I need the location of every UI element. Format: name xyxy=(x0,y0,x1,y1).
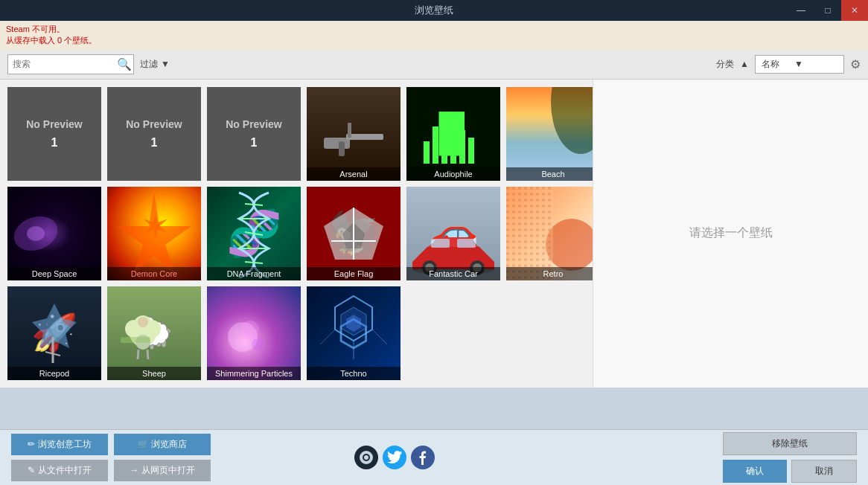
wallpaper-item[interactable]: Retro xyxy=(505,185,593,282)
wallpaper-item[interactable]: Eagle Flag xyxy=(305,185,402,282)
wallpaper-label: Arsenal xyxy=(307,167,401,181)
wallpaper-item[interactable]: Arsenal xyxy=(305,86,402,182)
wallpaper-item[interactable]: Shimmering Particles xyxy=(205,285,302,382)
wallpaper-item[interactable]: Ricepod xyxy=(6,285,103,382)
browse-store-button[interactable]: 🛒 浏览商店 xyxy=(114,434,211,455)
confirm-button[interactable]: 确认 xyxy=(723,460,787,483)
svg-line-54 xyxy=(320,330,335,344)
sort-field-label: 名称 xyxy=(762,58,779,71)
filter-label: 过滤 xyxy=(140,58,158,71)
twitter-social-icon[interactable] xyxy=(383,446,406,469)
window-title: 浏览壁纸 xyxy=(415,4,453,17)
svg-point-43 xyxy=(138,317,148,327)
filter-icon[interactable]: ▼ xyxy=(161,59,170,69)
open-file-button[interactable]: ✎ 从文件中打开 xyxy=(11,460,108,481)
search-box[interactable]: 🔍 xyxy=(7,54,134,74)
svg-line-45 xyxy=(147,350,148,359)
bottom-bar: ✏ 浏览创意工坊 🛒 浏览商店 ✎ 从文件中打开 → 从网页中打开 xyxy=(0,429,868,485)
wallpaper-thumb: No Preview 1 xyxy=(7,87,101,181)
svg-rect-4 xyxy=(424,141,430,164)
svg-point-10 xyxy=(551,87,593,154)
wallpaper-item[interactable]: No Preview 1 xyxy=(6,86,103,182)
content-area: No Preview 1 No Preview 1 No Preview 1 xyxy=(0,80,868,388)
wallpaper-label: Techno xyxy=(307,367,401,380)
steam-warning-line1: Steam 不可用。 xyxy=(6,24,862,35)
svg-rect-2 xyxy=(348,123,351,138)
wallpaper-label: Demon Core xyxy=(107,267,201,280)
filter-section: 过滤 ▼ xyxy=(140,58,170,71)
svg-rect-46 xyxy=(121,337,150,343)
steam-warning-line2: 从缓存中载入 0 个壁纸。 xyxy=(6,35,862,46)
svg-rect-26 xyxy=(457,239,476,248)
right-panel: 请选择一个壁纸 xyxy=(593,80,868,388)
wallpaper-item[interactable]: Deep Space xyxy=(6,185,103,282)
wallpaper-label: DNA Fragment xyxy=(207,267,301,280)
sort-label: 分类 xyxy=(716,58,734,71)
wallpaper-label: Fantastic Car xyxy=(406,267,500,280)
wallpaper-item[interactable]: DNA Fragment xyxy=(205,185,302,282)
wallpaper-item[interactable]: Fantastic Car xyxy=(405,185,502,282)
close-button[interactable]: ✕ xyxy=(841,0,868,21)
svg-line-18 xyxy=(245,262,263,263)
svg-rect-7 xyxy=(450,119,456,164)
search-icon[interactable]: 🔍 xyxy=(117,57,132,71)
wallpaper-thumb: No Preview 1 xyxy=(107,87,201,181)
svg-point-12 xyxy=(27,226,45,241)
cancel-button[interactable]: 取消 xyxy=(791,460,857,483)
wallpaper-grid: No Preview 1 No Preview 1 No Preview 1 xyxy=(0,80,593,388)
select-wallpaper-placeholder: 请选择一个壁纸 xyxy=(689,225,773,241)
wallpaper-item[interactable]: No Preview 1 xyxy=(205,86,302,182)
toolbar: 🔍 过滤 ▼ 分类 ▲ 名称 ▼ ⚙ xyxy=(0,50,868,80)
svg-line-14 xyxy=(245,204,263,205)
svg-rect-6 xyxy=(441,134,447,164)
sort-section: 分类 ▲ 名称 ▼ ⚙ xyxy=(716,55,861,74)
maximize-button[interactable]: □ xyxy=(814,0,841,21)
titlebar: 浏览壁纸 — □ ✕ xyxy=(0,0,868,21)
wallpaper-label: Eagle Flag xyxy=(307,267,401,280)
wallpaper-item[interactable]: Beach xyxy=(505,86,593,182)
wallpaper-item[interactable]: No Preview 1 xyxy=(106,86,202,182)
svg-line-55 xyxy=(372,330,387,344)
wallpaper-label: Ricepod xyxy=(7,367,101,380)
svg-rect-5 xyxy=(433,126,438,164)
svg-point-49 xyxy=(252,338,264,350)
wallpaper-item[interactable]: Techno xyxy=(305,285,402,382)
svg-rect-0 xyxy=(324,138,350,149)
wallpaper-thumb: No Preview 1 xyxy=(207,87,301,181)
social-icons xyxy=(354,446,435,469)
window-controls: — □ ✕ xyxy=(788,0,868,21)
sort-dropdown[interactable]: 名称 ▼ xyxy=(755,55,844,74)
steam-social-icon[interactable] xyxy=(354,446,378,469)
bottom-btn-row-top: ✏ 浏览创意工坊 🛒 浏览商店 xyxy=(11,434,211,455)
wallpaper-label: Shimmering Particles xyxy=(207,367,301,380)
dropdown-arrow-icon: ▼ xyxy=(794,59,803,69)
svg-rect-8 xyxy=(459,130,465,164)
svg-point-48 xyxy=(241,321,259,338)
steam-warning: Steam 不可用。 从缓存中载入 0 个壁纸。 xyxy=(0,21,868,50)
bottom-right: 移除壁纸 确认 取消 xyxy=(723,432,857,483)
bottom-btn-row-bottom: ✎ 从文件中打开 → 从网页中打开 xyxy=(11,460,211,481)
wallpaper-item[interactable]: Audiophile xyxy=(405,86,502,182)
wallpaper-label: Retro xyxy=(506,267,593,280)
svg-marker-13 xyxy=(117,193,191,274)
search-input[interactable] xyxy=(13,59,117,69)
wallpaper-item[interactable]: Demon Core xyxy=(106,185,202,282)
svg-rect-3 xyxy=(339,141,345,156)
remove-wallpaper-button[interactable]: 移除壁纸 xyxy=(723,432,857,455)
wallpaper-label: Audiophile xyxy=(406,167,500,181)
bottom-left: ✏ 浏览创意工坊 🛒 浏览商店 ✎ 从文件中打开 → 从网页中打开 xyxy=(11,434,211,481)
svg-line-44 xyxy=(138,350,138,359)
minimize-button[interactable]: — xyxy=(788,0,814,21)
open-web-button[interactable]: → 从网页中打开 xyxy=(114,460,211,481)
wallpaper-label: Beach xyxy=(506,167,593,181)
browse-workshop-button[interactable]: ✏ 浏览创意工坊 xyxy=(11,434,108,455)
facebook-social-icon[interactable] xyxy=(411,446,435,469)
svg-point-58 xyxy=(364,455,368,460)
svg-rect-9 xyxy=(468,138,474,164)
wallpaper-item[interactable]: Sheep xyxy=(106,285,202,382)
settings-icon[interactable]: ⚙ xyxy=(850,57,861,71)
wallpaper-label: Sheep xyxy=(107,367,201,380)
sort-direction-icon[interactable]: ▲ xyxy=(740,59,749,69)
svg-marker-35 xyxy=(32,303,77,348)
svg-rect-1 xyxy=(346,134,383,140)
